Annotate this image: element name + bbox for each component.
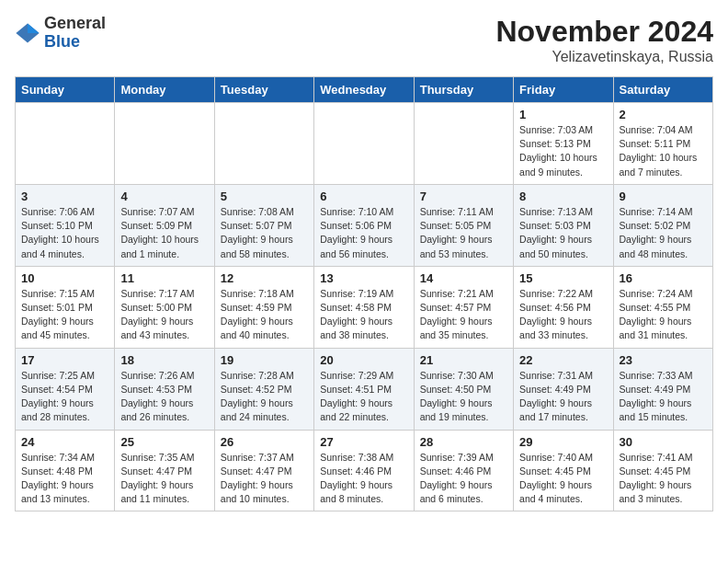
calendar-cell [115, 103, 214, 185]
day-info: Sunrise: 7:14 AM Sunset: 5:02 PM Dayligh… [620, 205, 707, 261]
calendar-cell: 23Sunrise: 7:33 AM Sunset: 4:49 PM Dayli… [613, 348, 712, 430]
day-number: 22 [519, 353, 607, 367]
day-number: 17 [21, 353, 108, 367]
day-number: 21 [420, 353, 507, 367]
calendar-cell: 30Sunrise: 7:41 AM Sunset: 4:45 PM Dayli… [613, 430, 712, 511]
day-info: Sunrise: 7:07 AM Sunset: 5:09 PM Dayligh… [120, 205, 208, 261]
calendar-cell: 11Sunrise: 7:17 AM Sunset: 5:00 PM Dayli… [115, 266, 214, 348]
day-info: Sunrise: 7:24 AM Sunset: 4:55 PM Dayligh… [620, 287, 707, 343]
day-info: Sunrise: 7:13 AM Sunset: 5:03 PM Dayligh… [519, 205, 607, 261]
calendar-cell [414, 103, 513, 185]
day-number: 2 [620, 108, 707, 121]
logo: General Blue [15, 15, 106, 52]
calendar-cell: 27Sunrise: 7:38 AM Sunset: 4:46 PM Dayli… [314, 430, 414, 511]
header-tuesday: Tuesday [214, 77, 313, 103]
day-info: Sunrise: 7:37 AM Sunset: 4:47 PM Dayligh… [221, 451, 308, 507]
logo-icon [15, 20, 40, 46]
calendar-cell: 24Sunrise: 7:34 AM Sunset: 4:48 PM Dayli… [16, 430, 115, 511]
calendar-week-row: 24Sunrise: 7:34 AM Sunset: 4:48 PM Dayli… [16, 430, 713, 511]
calendar-cell: 15Sunrise: 7:22 AM Sunset: 4:56 PM Dayli… [514, 266, 613, 348]
day-info: Sunrise: 7:29 AM Sunset: 4:51 PM Dayligh… [320, 369, 407, 425]
title-area: November 2024 Yelizavetinskaya, Russia [495, 15, 713, 65]
day-info: Sunrise: 7:04 AM Sunset: 5:11 PM Dayligh… [620, 123, 707, 179]
day-info: Sunrise: 7:26 AM Sunset: 4:53 PM Dayligh… [120, 369, 208, 425]
day-info: Sunrise: 7:08 AM Sunset: 5:07 PM Dayligh… [221, 205, 308, 261]
calendar-cell: 14Sunrise: 7:21 AM Sunset: 4:57 PM Dayli… [414, 266, 513, 348]
day-info: Sunrise: 7:33 AM Sunset: 4:49 PM Dayligh… [620, 369, 707, 425]
header-saturday: Saturday [613, 77, 712, 103]
day-info: Sunrise: 7:17 AM Sunset: 5:00 PM Dayligh… [120, 287, 208, 343]
calendar-cell: 17Sunrise: 7:25 AM Sunset: 4:54 PM Dayli… [16, 348, 115, 430]
day-info: Sunrise: 7:35 AM Sunset: 4:47 PM Dayligh… [120, 451, 208, 507]
day-number: 11 [120, 271, 208, 285]
calendar-cell: 1Sunrise: 7:03 AM Sunset: 5:13 PM Daylig… [514, 103, 613, 185]
day-info: Sunrise: 7:06 AM Sunset: 5:10 PM Dayligh… [21, 205, 108, 261]
day-info: Sunrise: 7:34 AM Sunset: 4:48 PM Dayligh… [21, 451, 108, 507]
calendar-cell: 4Sunrise: 7:07 AM Sunset: 5:09 PM Daylig… [115, 184, 214, 266]
day-number: 26 [221, 435, 308, 449]
day-info: Sunrise: 7:40 AM Sunset: 4:45 PM Dayligh… [519, 451, 607, 507]
day-number: 23 [620, 353, 707, 367]
calendar-table: SundayMondayTuesdayWednesdayThursdayFrid… [15, 76, 713, 511]
calendar-cell: 2Sunrise: 7:04 AM Sunset: 5:11 PM Daylig… [613, 103, 712, 185]
calendar-cell: 3Sunrise: 7:06 AM Sunset: 5:10 PM Daylig… [16, 184, 115, 266]
calendar-cell: 10Sunrise: 7:15 AM Sunset: 5:01 PM Dayli… [16, 266, 115, 348]
day-number: 16 [620, 271, 707, 285]
day-info: Sunrise: 7:18 AM Sunset: 4:59 PM Dayligh… [221, 287, 308, 343]
day-number: 29 [519, 435, 607, 449]
page-header: General Blue November 2024 Yelizavetinsk… [15, 15, 713, 65]
day-info: Sunrise: 7:41 AM Sunset: 4:45 PM Dayligh… [620, 451, 707, 507]
calendar-cell: 12Sunrise: 7:18 AM Sunset: 4:59 PM Dayli… [214, 266, 313, 348]
day-number: 7 [420, 190, 507, 203]
calendar-cell: 18Sunrise: 7:26 AM Sunset: 4:53 PM Dayli… [115, 348, 214, 430]
day-number: 13 [320, 271, 407, 285]
day-info: Sunrise: 7:22 AM Sunset: 4:56 PM Dayligh… [519, 287, 607, 343]
calendar-cell: 9Sunrise: 7:14 AM Sunset: 5:02 PM Daylig… [613, 184, 712, 266]
location: Yelizavetinskaya, Russia [495, 49, 713, 65]
calendar-week-row: 3Sunrise: 7:06 AM Sunset: 5:10 PM Daylig… [16, 184, 713, 266]
day-number: 8 [519, 190, 607, 203]
day-number: 18 [120, 353, 208, 367]
day-number: 12 [221, 271, 308, 285]
day-info: Sunrise: 7:11 AM Sunset: 5:05 PM Dayligh… [420, 205, 507, 261]
day-number: 9 [620, 190, 707, 203]
day-number: 14 [420, 271, 507, 285]
calendar-cell [314, 103, 414, 185]
day-info: Sunrise: 7:25 AM Sunset: 4:54 PM Dayligh… [21, 369, 108, 425]
day-number: 20 [320, 353, 407, 367]
day-info: Sunrise: 7:30 AM Sunset: 4:50 PM Dayligh… [420, 369, 507, 425]
header-sunday: Sunday [16, 77, 115, 103]
calendar-week-row: 17Sunrise: 7:25 AM Sunset: 4:54 PM Dayli… [16, 348, 713, 430]
day-info: Sunrise: 7:31 AM Sunset: 4:49 PM Dayligh… [519, 369, 607, 425]
calendar-cell: 22Sunrise: 7:31 AM Sunset: 4:49 PM Dayli… [514, 348, 613, 430]
day-number: 30 [620, 435, 707, 449]
day-number: 27 [320, 435, 407, 449]
header-thursday: Thursday [414, 77, 513, 103]
day-info: Sunrise: 7:15 AM Sunset: 5:01 PM Dayligh… [21, 287, 108, 343]
header-monday: Monday [115, 77, 214, 103]
calendar-cell: 13Sunrise: 7:19 AM Sunset: 4:58 PM Dayli… [314, 266, 414, 348]
calendar-cell: 29Sunrise: 7:40 AM Sunset: 4:45 PM Dayli… [514, 430, 613, 511]
calendar-cell: 26Sunrise: 7:37 AM Sunset: 4:47 PM Dayli… [214, 430, 313, 511]
calendar-week-row: 10Sunrise: 7:15 AM Sunset: 5:01 PM Dayli… [16, 266, 713, 348]
svg-marker-1 [28, 23, 40, 33]
day-info: Sunrise: 7:39 AM Sunset: 4:46 PM Dayligh… [420, 451, 507, 507]
header-wednesday: Wednesday [314, 77, 414, 103]
calendar-cell: 21Sunrise: 7:30 AM Sunset: 4:50 PM Dayli… [414, 348, 513, 430]
day-info: Sunrise: 7:28 AM Sunset: 4:52 PM Dayligh… [221, 369, 308, 425]
day-number: 15 [519, 271, 607, 285]
day-number: 6 [320, 190, 407, 203]
calendar-cell: 7Sunrise: 7:11 AM Sunset: 5:05 PM Daylig… [414, 184, 513, 266]
calendar-cell [214, 103, 313, 185]
header-friday: Friday [514, 77, 613, 103]
calendar-cell: 6Sunrise: 7:10 AM Sunset: 5:06 PM Daylig… [314, 184, 414, 266]
calendar-cell: 20Sunrise: 7:29 AM Sunset: 4:51 PM Dayli… [314, 348, 414, 430]
day-info: Sunrise: 7:21 AM Sunset: 4:57 PM Dayligh… [420, 287, 507, 343]
calendar-cell: 28Sunrise: 7:39 AM Sunset: 4:46 PM Dayli… [414, 430, 513, 511]
day-number: 4 [120, 190, 208, 203]
calendar-cell [16, 103, 115, 185]
day-number: 28 [420, 435, 507, 449]
day-number: 25 [120, 435, 208, 449]
day-number: 24 [21, 435, 108, 449]
day-info: Sunrise: 7:38 AM Sunset: 4:46 PM Dayligh… [320, 451, 407, 507]
